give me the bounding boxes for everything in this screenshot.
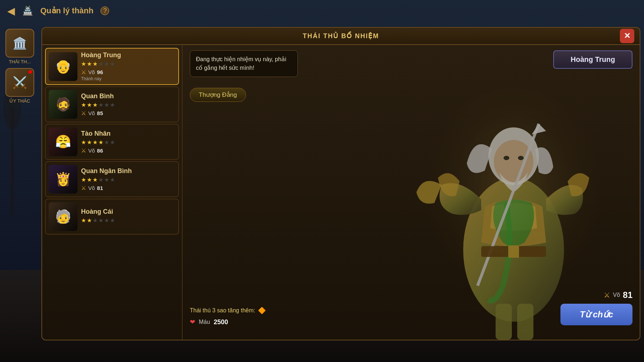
speech-text: Đang thực hiện nhiệm vụ này, phải cố gắn… (196, 56, 286, 71)
hero-name-2: Tào Nhân (81, 130, 175, 137)
sidebar-item-uy-thac[interactable]: ⚔️ ỦY THÁC (0, 68, 40, 104)
help-button[interactable]: ? (100, 6, 109, 15)
detail-bottom: Thái thú 3 sao tăng thêm: 🔶 ❤ Máu 2500 (190, 301, 632, 334)
hero-name-tag: Hoàng Trung (553, 50, 632, 69)
hero-name-3: Quan Ngân Bình (81, 167, 175, 175)
hero-list-item-3[interactable]: 👸Quan Ngân Bình★★★★★★⚔ Võ 81 (45, 161, 179, 197)
uy-thac-icon: ⚔️ (5, 68, 34, 97)
hero-avatar-3: 👸 (49, 165, 77, 194)
rank-badge: Thượng Đẳng (190, 88, 246, 102)
hero-stars-1: ★★★★★★ (81, 101, 175, 108)
hero-stat-3: ⚔ Võ 81 (81, 185, 175, 191)
hero-list-item-2[interactable]: 😤Tào Nhân★★★★★★⚔ Võ 86 (45, 124, 179, 160)
close-button[interactable]: ✕ (620, 29, 634, 43)
hero-name-1: Quan Bình (81, 92, 175, 100)
heart-icon: ❤ (190, 318, 195, 326)
back-button[interactable]: ◀ (7, 5, 15, 17)
hero-avatar-0: 👴 (49, 52, 77, 81)
castle-icon: 🏯 (22, 6, 33, 16)
hero-stat-2: ⚔ Võ 86 (81, 147, 175, 154)
detail-top: Đang thực hiện nhiệm vụ này, phải cố gắn… (190, 50, 632, 77)
thai-thu-label: THÁI TH... (9, 59, 31, 64)
mau-label: Máu (199, 319, 210, 325)
notification-dot (28, 70, 32, 74)
hero-detail: Đang thực hiện nhiệm vụ này, phải cố gắn… (183, 45, 640, 340)
bonus-section: Thái thú 3 sao tăng thêm: 🔶 (190, 307, 632, 315)
hero-avatar-1: 🧔 (49, 90, 77, 119)
mau-value: 2500 (214, 318, 228, 326)
modal-thai-thu: THÁI THỦ BỔ NHIỆM ✕ 👴Hoàng Trung★★★★★★⚔ … (41, 27, 640, 340)
thai-thu-icon: 🏛️ (5, 29, 34, 58)
page-title: Quản lý thành (40, 6, 93, 15)
sidebar: 🏛️ THÁI TH... ⚔️ ỦY THÁC (0, 29, 40, 104)
hero-list: 👴Hoàng Trung★★★★★★⚔ Võ 96Thành này🧔Quan … (42, 45, 183, 340)
hero-city-0: Thành này (81, 76, 175, 81)
hero-stars-4: ★★★★★★ (81, 217, 175, 224)
modal-body: 👴Hoàng Trung★★★★★★⚔ Võ 96Thành này🧔Quan … (42, 45, 640, 340)
hero-name-4: Hoàng Cái (81, 208, 175, 216)
hero-list-item-1[interactable]: 🧔Quan Bình★★★★★★⚔ Võ 85 (45, 86, 179, 122)
hero-stars-3: ★★★★★★ (81, 176, 175, 183)
uy-thac-label: ỦY THÁC (9, 98, 30, 104)
hero-stars-0: ★★★★★★ (81, 60, 175, 67)
hero-list-item-4[interactable]: 🧓Hoàng Cái★★★★★★ (45, 199, 179, 235)
hero-avatar-4: 🧓 (49, 202, 77, 231)
top-bar: ◀ 🏯 Quản lý thành ? (0, 0, 644, 22)
hero-stars-2: ★★★★★★ (81, 139, 175, 146)
warning-icon: 🔶 (258, 307, 266, 315)
hero-detail-overlay: Đang thực hiện nhiệm vụ này, phải cố gắn… (183, 45, 640, 340)
hero-name-0: Hoàng Trung (81, 51, 175, 59)
hero-stat-1: ⚔ Võ 85 (81, 110, 175, 117)
hero-stat-0: ⚔ Võ 96 (81, 69, 175, 76)
modal-header: THÁI THỦ BỔ NHIỆM ✕ (42, 28, 640, 45)
bonus-text: Thái thú 3 sao tăng thêm: (190, 307, 255, 314)
modal-title: THÁI THỦ BỔ NHIỆM (303, 32, 379, 40)
mau-stat-row: ❤ Máu 2500 (190, 318, 632, 326)
speech-bubble: Đang thực hiện nhiệm vụ này, phải cố gắn… (190, 50, 298, 77)
hero-avatar-2: 😤 (49, 127, 77, 156)
hero-list-item-0[interactable]: 👴Hoàng Trung★★★★★★⚔ Võ 96Thành này (45, 48, 179, 85)
sidebar-item-thai-thu[interactable]: 🏛️ THÁI TH... (0, 29, 40, 64)
